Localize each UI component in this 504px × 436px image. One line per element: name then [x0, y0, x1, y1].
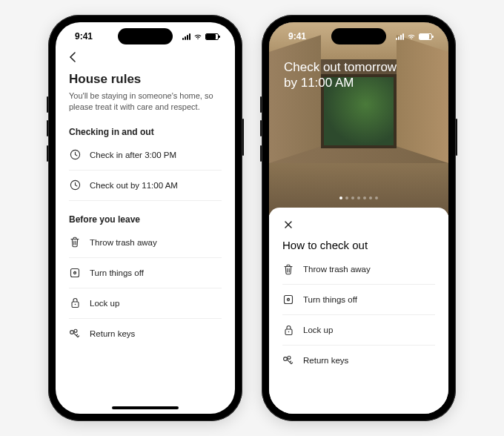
list-item: Throw trash away: [69, 228, 222, 258]
item-label: Turn things off: [303, 295, 357, 304]
item-label: Lock up: [303, 326, 333, 334]
lock-icon: [69, 297, 81, 309]
phone-screen-right: 9:41 Check out tomorrow by 11:00 AM How …: [269, 22, 448, 414]
listing-photo[interactable]: [269, 22, 448, 215]
list-item: Return keys: [69, 319, 222, 349]
item-label: Throw trash away: [303, 265, 371, 274]
wifi-icon: [193, 33, 202, 40]
lock-icon: [282, 324, 294, 336]
list-item: Lock up: [69, 288, 222, 319]
item-label: Lock up: [90, 299, 119, 308]
section-title-checking: Checking in and out: [69, 127, 222, 137]
hero-line-1: Check out tomorrow: [284, 59, 434, 75]
page-title: House rules: [69, 72, 222, 87]
svg-point-13: [288, 356, 291, 359]
keys-icon: [69, 328, 81, 340]
close-icon: [284, 220, 293, 229]
page-subtitle: You'll be staying in someone's home, so …: [69, 90, 222, 113]
checkout-label: Check out by 11:00 AM: [90, 181, 178, 190]
sheet-title: How to check out: [282, 239, 435, 251]
dynamic-island: [331, 28, 386, 44]
list-item: Turn things off: [282, 285, 435, 315]
item-label: Return keys: [90, 329, 135, 338]
svg-point-11: [288, 331, 289, 332]
phone-screen-left: 9:41 House rules You'll be staying in so…: [56, 22, 235, 414]
item-label: Turn things off: [90, 268, 144, 277]
power-icon: [69, 267, 81, 279]
status-time: 9:41: [288, 31, 306, 42]
svg-point-12: [284, 357, 288, 361]
battery-icon: [419, 33, 432, 40]
list-item: Throw trash away: [282, 254, 435, 285]
power-icon: [282, 294, 294, 305]
list-item: Lock up: [282, 315, 435, 346]
status-indicators: [396, 33, 432, 40]
checkout-row: Check out by 11:00 AM: [69, 171, 222, 201]
checkin-label: Check in after 3:00 PM: [90, 151, 176, 159]
chevron-left-icon: [69, 52, 76, 62]
home-indicator[interactable]: [112, 406, 179, 409]
svg-point-5: [74, 304, 76, 305]
checkout-sheet: How to check out Throw trash away Turn t…: [269, 208, 448, 414]
trash-icon: [282, 263, 294, 275]
hero-line-2: by 11:00 AM: [284, 75, 434, 90]
status-time: 9:41: [75, 31, 93, 42]
phone-frame-right: 9:41 Check out tomorrow by 11:00 AM How …: [262, 15, 456, 421]
status-indicators: [182, 33, 219, 40]
list-item: Turn things off: [69, 258, 222, 288]
keys-icon: [282, 354, 294, 366]
list-item: Return keys: [282, 346, 435, 375]
screen-content: House rules You'll be staying in someone…: [56, 50, 235, 414]
item-label: Return keys: [303, 356, 348, 365]
back-button[interactable]: [69, 50, 76, 66]
hero-checkout-text: Check out tomorrow by 11:00 AM: [284, 59, 434, 91]
wifi-icon: [407, 33, 416, 40]
section-title-before-leave: Before you leave: [69, 214, 222, 225]
phone-frame-left: 9:41 House rules You'll be staying in so…: [48, 15, 242, 421]
photo-pagination-dots[interactable]: [339, 196, 378, 199]
svg-point-7: [74, 329, 77, 332]
close-button[interactable]: [282, 218, 294, 233]
svg-point-6: [70, 330, 74, 334]
clock-icon: [69, 179, 81, 191]
clock-icon: [69, 149, 81, 161]
item-label: Throw trash away: [90, 238, 157, 247]
trash-icon: [69, 237, 81, 248]
cellular-signal-icon: [396, 33, 404, 40]
dynamic-island: [118, 28, 173, 44]
checkin-row: Check in after 3:00 PM: [69, 140, 222, 171]
cellular-signal-icon: [182, 33, 190, 40]
battery-icon: [205, 33, 219, 40]
